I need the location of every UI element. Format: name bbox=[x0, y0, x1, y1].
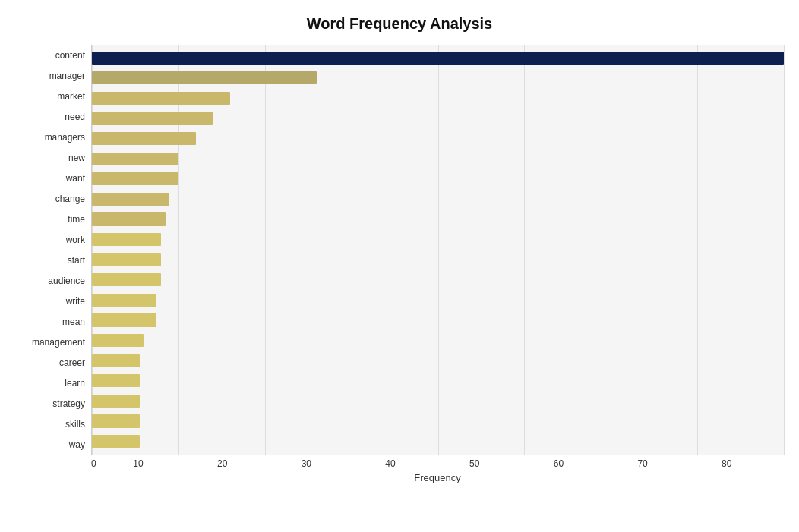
y-label: mean bbox=[15, 317, 85, 326]
x-ticks-row: 01020304050607080 bbox=[15, 458, 784, 469]
bars-wrapper bbox=[92, 45, 784, 455]
bar bbox=[92, 212, 166, 225]
y-label: learn bbox=[15, 379, 85, 388]
bar-row bbox=[92, 270, 784, 291]
bar bbox=[92, 52, 784, 65]
bar bbox=[92, 374, 140, 387]
y-label: manager bbox=[15, 71, 85, 80]
bar-row bbox=[92, 371, 784, 392]
y-label: managers bbox=[15, 133, 85, 142]
y-label: skills bbox=[15, 420, 85, 429]
bar-row bbox=[92, 250, 784, 270]
y-label: management bbox=[15, 338, 85, 347]
bar-row bbox=[92, 88, 784, 109]
bar-row bbox=[92, 290, 784, 310]
bar-row bbox=[92, 431, 784, 452]
y-label: write bbox=[15, 297, 85, 306]
bar bbox=[92, 172, 178, 185]
y-label: strategy bbox=[15, 399, 85, 408]
bar-row bbox=[92, 149, 784, 169]
bar-row bbox=[92, 128, 784, 149]
bar-row bbox=[92, 209, 784, 230]
bar bbox=[92, 112, 213, 124]
y-label: want bbox=[15, 174, 85, 183]
bar-row bbox=[92, 330, 784, 351]
bar-row bbox=[92, 391, 784, 411]
bar bbox=[92, 193, 169, 206]
bar-row bbox=[92, 310, 784, 331]
x-axis-label: Frequency bbox=[15, 472, 784, 483]
bar bbox=[92, 313, 156, 326]
bar-row bbox=[92, 169, 784, 190]
y-label: audience bbox=[15, 276, 85, 285]
y-axis-labels: contentmanagermarketneedmanagersnewwantc… bbox=[15, 45, 91, 455]
grid-line bbox=[784, 45, 785, 455]
x-tick: 30 bbox=[264, 458, 349, 469]
bar-row bbox=[92, 68, 784, 89]
x-tick: 80 bbox=[684, 458, 769, 469]
bar-row bbox=[92, 351, 784, 371]
x-tick: 0 bbox=[91, 458, 96, 469]
x-tick: 70 bbox=[601, 458, 685, 469]
y-label: way bbox=[15, 440, 85, 449]
bar bbox=[92, 132, 196, 145]
bar-row bbox=[92, 411, 784, 432]
bar-row bbox=[92, 229, 784, 250]
bar bbox=[92, 253, 161, 266]
bar bbox=[92, 435, 140, 448]
x-tick: 60 bbox=[516, 458, 601, 469]
chart-container: Word Frequency Analysis contentmanagerma… bbox=[0, 0, 799, 532]
bar-row bbox=[92, 48, 784, 68]
y-label: new bbox=[15, 153, 85, 162]
bar bbox=[92, 395, 140, 408]
x-tick: 40 bbox=[349, 458, 433, 469]
bar bbox=[92, 153, 178, 165]
bar bbox=[92, 334, 144, 347]
x-tick: 10 bbox=[96, 458, 181, 469]
bar bbox=[92, 354, 140, 367]
bar-row bbox=[92, 109, 784, 129]
bar bbox=[92, 273, 161, 286]
y-label: content bbox=[15, 51, 85, 60]
bar-row bbox=[92, 189, 784, 209]
bar bbox=[92, 294, 156, 307]
y-label: career bbox=[15, 358, 85, 367]
y-label: change bbox=[15, 194, 85, 203]
bar bbox=[92, 71, 317, 84]
bar bbox=[92, 92, 230, 105]
bar bbox=[92, 414, 140, 427]
x-tick: 20 bbox=[180, 458, 264, 469]
x-tick: 50 bbox=[432, 458, 516, 469]
chart-title: Word Frequency Analysis bbox=[15, 15, 784, 33]
y-label: need bbox=[15, 112, 85, 121]
bar bbox=[92, 233, 161, 246]
y-label: market bbox=[15, 92, 85, 101]
y-label: start bbox=[15, 256, 85, 265]
y-label: work bbox=[15, 235, 85, 244]
y-label: time bbox=[15, 215, 85, 224]
